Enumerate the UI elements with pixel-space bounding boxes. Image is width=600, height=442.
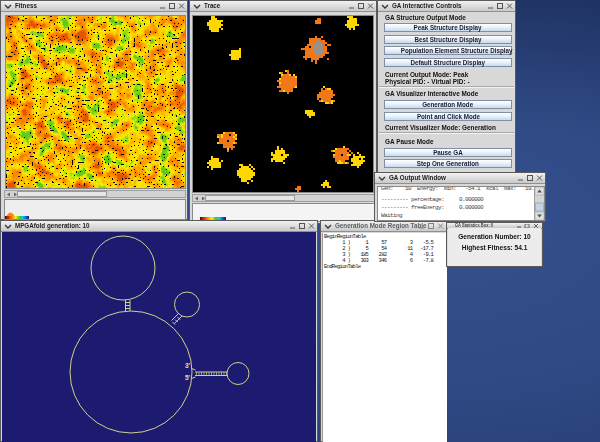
svg-text:5': 5' [185,374,191,381]
svg-text:3': 3' [185,362,191,369]
